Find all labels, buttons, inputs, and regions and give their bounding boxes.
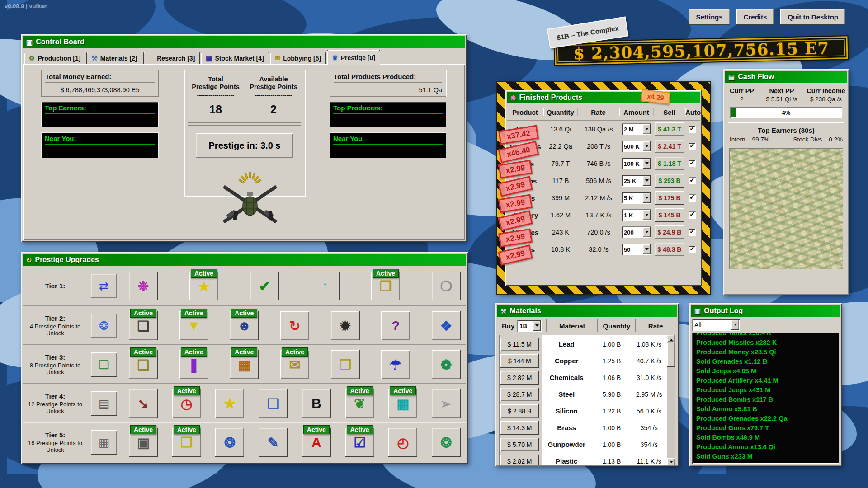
globe-person-icon[interactable]: ❂ [215, 428, 244, 457]
dropdown-arrow-icon[interactable] [643, 159, 651, 169]
cash-flow-titlebar[interactable]: ▤ Cash Flow [725, 71, 847, 83]
dropdown-arrow-icon[interactable] [643, 193, 651, 203]
scroll-up-icon[interactable] [667, 335, 675, 342]
materials-titlebar[interactable]: ⚒ Materials [497, 305, 677, 317]
check-circle-icon[interactable]: ✔ [250, 272, 279, 300]
auto-sell-checkbox[interactable] [689, 143, 696, 150]
dropdown-arrow-icon[interactable] [643, 141, 651, 151]
auto-sell-checkbox[interactable] [689, 229, 696, 236]
upgrade-slot: B Active [302, 389, 331, 418]
up-arrow-icon[interactable]: ↑ [311, 272, 340, 300]
question-book-icon[interactable]: ? [381, 311, 410, 340]
star-plus-icon[interactable]: ✯ [215, 389, 244, 418]
buy-button[interactable]: $ 11.5 M [500, 338, 539, 351]
output-log-titlebar[interactable]: ▣ Output Log [691, 305, 840, 317]
folder-sync-icon[interactable]: ⇄ [91, 274, 117, 298]
log-line: Produced Grenades x22.2 Qa [696, 414, 835, 423]
prestige-upgrades-titlebar[interactable]: ↻ Prestige Upgrades [23, 254, 466, 266]
tab[interactable]: ✉ Lobbying [5] [270, 52, 326, 64]
auto-sell-checkbox[interactable] [689, 246, 696, 253]
auto-sell-checkbox[interactable] [689, 211, 696, 219]
dropdown-arrow-icon[interactable] [643, 124, 651, 134]
auto-sell-checkbox[interactable] [689, 126, 696, 133]
amount-dropdown[interactable]: 100 K [622, 158, 651, 169]
system-button[interactable]: Settings [689, 9, 730, 25]
printer-icon[interactable]: ▤ [91, 391, 117, 416]
finished-products-titlebar[interactable]: ❋ Finished Products [507, 92, 700, 103]
dropdown-arrow-icon[interactable] [643, 176, 651, 186]
diploma-icon[interactable]: ❑ [91, 352, 117, 377]
sell-button[interactable]: $ 293 B [655, 174, 684, 188]
buy-button[interactable]: $ 2.88 B [500, 404, 539, 418]
sell-button[interactable]: $ 2.41 T [655, 140, 684, 153]
globe-stand-icon[interactable]: ❂ [91, 314, 117, 338]
amount-dropdown[interactable]: 5 K [622, 192, 651, 204]
scroll-down-icon[interactable] [667, 458, 675, 465]
buy-button[interactable]: $ 28.7 M [500, 388, 539, 401]
world-search-icon[interactable]: ❂ [432, 428, 461, 457]
tier-leader-glyph: ⇄ [99, 279, 109, 293]
wall-clock-icon[interactable]: ◴ [388, 428, 417, 457]
auto-sell-checkbox[interactable] [689, 160, 696, 167]
sell-button[interactable]: $ 175 B [655, 191, 684, 205]
amount-dropdown[interactable]: 50 [622, 244, 651, 255]
dropdown-arrow-icon[interactable] [643, 227, 651, 237]
paint-bucket-icon[interactable]: ❖ [432, 311, 461, 340]
auto-sell-checkbox[interactable] [689, 194, 696, 202]
tab[interactable]: ⚙ Production [1] [24, 52, 85, 64]
product-name: Jeeps [507, 194, 543, 202]
amount-dropdown[interactable]: 2 M [622, 123, 651, 135]
amount-dropdown[interactable]: 1 K [622, 209, 651, 221]
notepad-pen-icon[interactable]: ✎ [259, 428, 288, 457]
refresh-arrows-icon[interactable]: ↻ [280, 311, 309, 340]
scrollbar[interactable] [667, 335, 675, 465]
tab[interactable]: ♛ Prestige [0] [327, 50, 380, 65]
compressor-icon[interactable]: ❐ [331, 350, 360, 379]
upgrade-glyph: ❖ [440, 318, 452, 334]
log-line: Produced Jeeps x431 M [696, 385, 835, 395]
log-filter-dropdown[interactable]: All [692, 319, 740, 331]
chip-icon[interactable]: ▦ [91, 430, 117, 455]
sell-button[interactable]: $ 145 B [655, 208, 684, 222]
auto-sell-checkbox[interactable] [689, 177, 696, 184]
report-pages-icon[interactable]: ❏ [259, 389, 288, 418]
scrollbar-thumb[interactable] [667, 343, 675, 367]
amount-dropdown[interactable]: 200 [622, 226, 651, 238]
dropdown-arrow-icon[interactable] [643, 210, 651, 220]
sell-button[interactable]: $ 24.9 B [655, 225, 684, 239]
system-button[interactable]: Credits [736, 9, 774, 25]
prestige-button[interactable]: Prestige in: 3.0 s [196, 133, 293, 158]
buy-button[interactable]: $ 2.82 M [500, 371, 539, 385]
dropdown-arrow-icon[interactable] [533, 321, 541, 331]
tab[interactable]: ☼ Research [3] [143, 52, 200, 64]
buy-button[interactable]: $ 144 M [500, 354, 539, 368]
buy-button[interactable]: $ 5.70 M [500, 438, 539, 451]
amount-dropdown[interactable]: 500 K [622, 141, 651, 152]
globe-sync-icon[interactable]: ❁ [432, 350, 461, 379]
log-line: Produced Missiles x282 K [696, 338, 835, 347]
system-button[interactable]: Quit to Desktop [780, 9, 845, 25]
mouse-icon[interactable]: ❍ [432, 272, 461, 300]
dropdown-arrow-icon[interactable] [731, 320, 739, 330]
amount-dropdown[interactable]: 25 K [622, 175, 651, 187]
cash-flow-window: ▤ Cash Flow Curr PP Next PP Curr Income … [723, 69, 849, 295]
spy-icon[interactable]: ☂ [381, 350, 410, 379]
buy-amount-dropdown[interactable]: 1B [517, 320, 542, 332]
control-board-titlebar[interactable]: ▣ Control Board [23, 36, 465, 48]
version-label: v0.08.9 | vulkan [5, 3, 47, 9]
naval-mine-icon[interactable]: ✹ [331, 311, 360, 340]
tab[interactable]: ⚒ Materials [2] [86, 52, 142, 64]
sell-button[interactable]: $ 41.3 T [655, 122, 684, 136]
upgrade-glyph: ✎ [268, 435, 279, 450]
sell-button[interactable]: $ 1.18 T [655, 157, 684, 170]
tab[interactable]: ▦ Stock Market [4] [201, 52, 269, 64]
buy-button[interactable]: $ 14.3 M [500, 421, 539, 435]
upgrade-glyph: ❒ [380, 278, 392, 294]
buy-button[interactable]: $ 2.82 M [500, 455, 539, 466]
sell-button[interactable]: $ 48.3 B [655, 243, 684, 256]
cursor-trail-icon[interactable]: ➢ [432, 389, 461, 418]
person-arrow-icon[interactable]: ➘ [129, 389, 158, 418]
bold-letter-icon[interactable]: B [302, 389, 331, 418]
juggling-hand-icon[interactable]: ❉ [129, 272, 158, 300]
dropdown-arrow-icon[interactable] [643, 244, 651, 254]
